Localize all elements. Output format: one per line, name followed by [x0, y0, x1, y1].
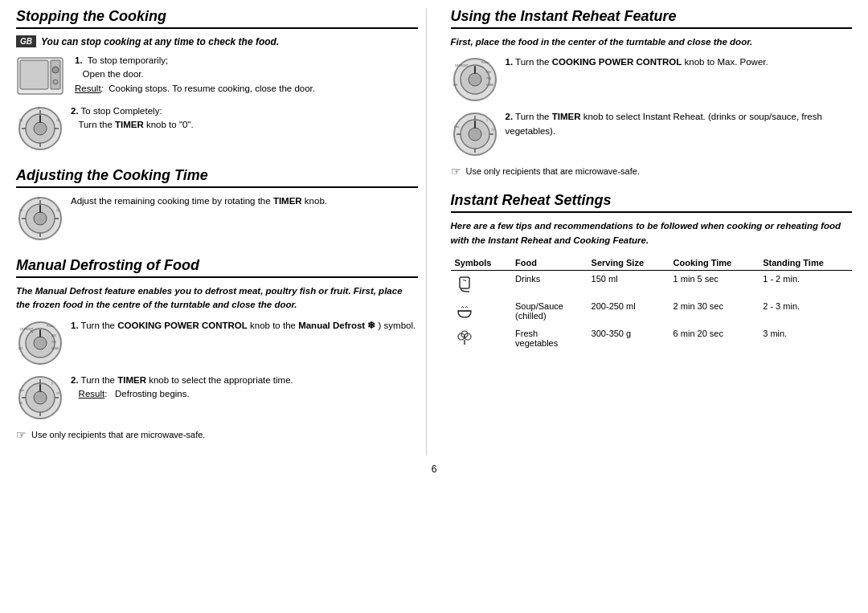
using-note-icon: ☞ [451, 165, 461, 178]
svg-text:700: 700 [51, 341, 56, 344]
svg-text:600W: 600W [51, 347, 59, 350]
instant-reheat-section: Instant Reheat Settings Here are a few t… [451, 192, 853, 353]
svg-text:700: 700 [486, 77, 491, 80]
using-note-row: ☞ Use only recipients that are microwave… [451, 165, 853, 178]
stopping-step2-row: 0 10 50 2. To stop Completely: Turn the … [16, 104, 418, 153]
step1-number: 1. [75, 55, 85, 65]
defrost-step2-row: Lim. 5 10 50 2. Turn the TIMER knob to s… [16, 374, 418, 422]
svg-text:100: 100 [452, 84, 457, 87]
svg-point-4 [53, 80, 58, 84]
using-step1-text: 1. Turn the COOKING POWER CONTROL knob t… [506, 55, 768, 69]
right-column: Using the Instant Reheat Feature First, … [443, 8, 853, 456]
svg-rect-1 [20, 60, 48, 89]
svg-point-62 [469, 128, 481, 141]
col-serving: Serving Size [588, 255, 669, 271]
standing-vegetables: 3 min. [759, 325, 852, 353]
stopping-intro-text: You can stop cooking at any time to chec… [41, 36, 279, 47]
standing-soup: 2 - 3 min. [759, 298, 852, 325]
col-cooking-time: Cooking Time [669, 255, 760, 271]
stopping-step1-row: 1. To stop temporarily; Open the door. R… [16, 54, 418, 98]
adjusting-section: Adjusting the Cooking Time 0 10 [16, 167, 418, 243]
defrost-note: Use only recipients that are microwave-s… [31, 430, 205, 439]
svg-text:800: 800 [486, 71, 491, 74]
using-note: Use only recipients that are microwave-s… [466, 166, 640, 176]
microwave-image [16, 54, 64, 98]
note-icon: ☞ [16, 428, 27, 441]
step1-text2: Open the door. [75, 69, 144, 79]
symbol-soup [451, 298, 512, 325]
using-intro: First, place the food in the center of t… [451, 35, 853, 49]
cooking-vegetables: 6 min 20 sec [669, 325, 760, 353]
serving-vegetables: 300-350 g [588, 325, 669, 353]
food-drinks: Drinks [511, 270, 588, 298]
serving-soup: 200-250 ml [588, 298, 669, 325]
svg-point-40 [34, 391, 47, 404]
svg-point-52 [469, 73, 481, 86]
knob-image-reheat-power: DEFROST Power 800 700 600W 100 [451, 55, 499, 104]
svg-text:10: 10 [56, 119, 59, 122]
svg-text:Lim.: Lim. [454, 125, 460, 129]
table-row: Drinks 150 ml 1 min 5 sec 1 - 2 min. [451, 270, 853, 298]
cooking-soup: 2 min 30 sec [669, 298, 760, 325]
svg-text:DEFROST: DEFROST [20, 328, 35, 331]
svg-text:5: 5 [51, 382, 53, 386]
serving-drinks: 150 ml [588, 270, 669, 298]
step2-number: 2. [71, 106, 79, 116]
stopping-step1-text: 1. To stop temporarily; Open the door. R… [71, 54, 315, 96]
col-symbols: Symbols [451, 255, 512, 271]
svg-text:Lim.: Lim. [19, 389, 25, 392]
symbol-vegetables [451, 325, 512, 353]
instant-reheat-title: Instant Reheat Settings [451, 192, 853, 213]
defrost-note-row: ☞ Use only recipients that are microwave… [16, 428, 418, 441]
svg-point-29 [34, 337, 47, 349]
svg-point-18 [34, 212, 47, 225]
table-row: Soup/Sauce(chilled) 200-250 ml 2 min 30 … [451, 298, 853, 325]
svg-text:50: 50 [19, 119, 23, 122]
food-soup: Soup/Sauce(chilled) [511, 298, 588, 325]
table-row: Freshvegetables 300-350 g 6 min 20 sec 3… [451, 325, 853, 353]
using-step2-row: 5 10 Lim. 2. Turn the TIMER knob to sele… [451, 110, 853, 158]
stopping-intro: GB You can stop cooking at any time to c… [16, 35, 418, 47]
knob-image-adjust: 0 10 50 [16, 194, 64, 243]
food-vegetables: Freshvegetables [511, 325, 588, 353]
gb-label: GB [16, 35, 36, 47]
symbol-drinks [451, 270, 512, 298]
svg-text:Power: Power [481, 61, 490, 64]
adjusting-title: Adjusting the Cooking Time [16, 167, 418, 188]
left-column: Stopping the Cooking GB You can stop coo… [16, 8, 427, 456]
using-step2-text: 2. Turn the TIMER knob to select Instant… [506, 110, 853, 138]
cooking-drinks: 1 min 5 sec [669, 270, 760, 298]
step2-timer-bold: TIMER [115, 120, 144, 129]
svg-text:10: 10 [56, 209, 59, 212]
svg-text:5: 5 [486, 119, 488, 122]
knob-image-timer: Lim. 5 10 50 [16, 374, 64, 422]
knob-image-power: DEFROST Power 800 700 600W 100 [16, 319, 64, 367]
svg-point-7 [34, 122, 47, 135]
svg-text:800: 800 [51, 334, 56, 337]
svg-text:10: 10 [56, 392, 59, 395]
stopping-step2-text: 2. To stop Completely: Turn the TIMER kn… [71, 104, 194, 133]
using-section: Using the Instant Reheat Feature First, … [451, 8, 853, 178]
svg-text:10: 10 [491, 129, 494, 132]
step1-text1: To stop temporarily; [88, 55, 168, 65]
svg-text:100: 100 [18, 347, 23, 350]
svg-text:Power: Power [47, 325, 55, 328]
svg-text:50: 50 [19, 402, 23, 405]
adjusting-description: Adjust the remaining cooking time by rot… [71, 194, 327, 208]
defrost-step1-text: 1. Turn the COOKING POWER CONTROL knob t… [71, 319, 416, 333]
reheat-settings-table: Symbols Food Serving Size Cooking Time S… [451, 255, 853, 353]
using-step1-row: DEFROST Power 800 700 600W 100 1. Turn t… [451, 55, 853, 104]
adjusting-step-row: 0 10 50 Adjust the remaining cooking tim… [16, 194, 418, 243]
page-number: 6 [16, 464, 852, 475]
svg-rect-71 [460, 277, 469, 288]
svg-rect-2 [51, 60, 60, 89]
svg-point-3 [52, 67, 59, 73]
using-title: Using the Instant Reheat Feature [451, 8, 853, 29]
svg-text:50: 50 [19, 209, 23, 212]
stopping-section: Stopping the Cooking GB You can stop coo… [16, 8, 418, 153]
defrost-step1-row: DEFROST Power 800 700 600W 100 1. Turn t… [16, 319, 418, 367]
manual-defrost-section: Manual Defrosting of Food The Manual Def… [16, 257, 418, 441]
svg-text:600W: 600W [486, 84, 494, 87]
standing-drinks: 1 - 2 min. [759, 270, 852, 298]
defrost-step2-text: 2. Turn the TIMER knob to select the app… [71, 374, 293, 402]
